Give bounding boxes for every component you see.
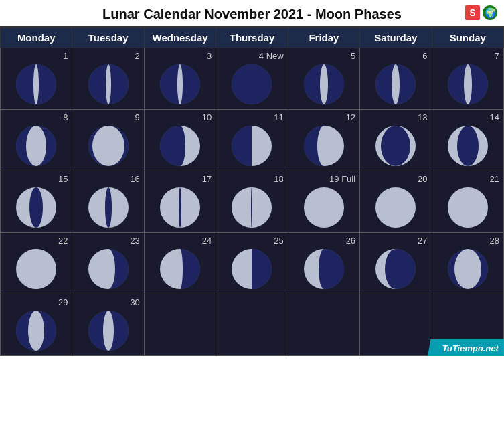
moon-phase (88, 310, 129, 351)
calendar-cell: 4 New (216, 48, 288, 110)
day-number: 6 (422, 51, 427, 61)
svg-point-134 (454, 249, 481, 289)
calendar-cell: 1 (1, 48, 72, 110)
day-header-thursday: Thursday (216, 28, 288, 48)
s-icon[interactable]: S (465, 5, 480, 20)
moon-phase (88, 64, 129, 105)
moon-phase (375, 64, 416, 105)
svg-rect-79 (159, 187, 180, 228)
day-number: 7 (495, 51, 499, 61)
moon-phase (159, 64, 201, 105)
moon-container (360, 51, 431, 112)
day-number: 4 New (259, 51, 284, 61)
svg-rect-84 (231, 187, 252, 228)
calendar-cell: 13 (360, 110, 432, 171)
svg-rect-85 (252, 187, 272, 228)
svg-point-139 (28, 311, 44, 351)
moon-container (1, 112, 72, 173)
svg-rect-90 (324, 187, 345, 228)
day-number: 27 (418, 236, 427, 246)
moon-phase (447, 64, 489, 105)
page-title: Lunar Calendar November 2021 - Moon Phas… (102, 7, 402, 22)
moon-phase (447, 187, 489, 228)
calendar-cell: 12 (288, 110, 359, 171)
svg-rect-7 (108, 64, 129, 105)
globe-icon[interactable]: 🌍 (483, 5, 497, 20)
svg-point-129 (385, 249, 406, 289)
day-header-saturday: Saturday (360, 28, 432, 48)
day-header-sunday: Sunday (432, 28, 503, 48)
moon-phase (375, 187, 416, 228)
moon-phase (159, 187, 201, 228)
calendar-cell: 22 (1, 233, 72, 294)
day-number: 3 (207, 51, 212, 61)
svg-point-95 (392, 187, 399, 228)
calendar-cell: 26 (288, 233, 359, 294)
day-number: 15 (58, 174, 68, 184)
svg-point-3 (33, 64, 39, 104)
svg-point-86 (251, 187, 252, 228)
svg-rect-6 (88, 64, 108, 105)
svg-point-115 (177, 249, 183, 289)
calendar-cell (144, 294, 216, 356)
calendar-cell: 18 (216, 171, 288, 233)
moon-phase (15, 310, 57, 351)
calendar-cell: 2 (72, 48, 144, 110)
calendar-cell: 6 (360, 48, 432, 110)
day-number: 24 (202, 236, 212, 246)
moon-phase (303, 64, 345, 105)
svg-rect-51 (252, 125, 272, 167)
moon-phase (88, 187, 129, 228)
calendar-cell: 5 (288, 48, 359, 110)
calendar-cell: 7 (432, 48, 503, 110)
moon-container (1, 51, 72, 112)
calendar-cell: 25 (216, 233, 288, 294)
calendar-cell: 11 (216, 110, 288, 171)
svg-point-110 (102, 249, 115, 289)
calendar-cell: 9 (72, 110, 144, 171)
day-header-friday: Friday (288, 28, 359, 48)
day-number: 28 (490, 236, 499, 246)
svg-rect-89 (303, 187, 324, 228)
calendar-cell: 3 (144, 48, 216, 110)
moon-container (432, 51, 503, 112)
calendar-cell: 21 (432, 171, 503, 233)
moon-phase (447, 125, 489, 167)
moon-phase (15, 125, 57, 167)
day-number: 22 (58, 236, 68, 246)
moon-phase (15, 187, 57, 228)
day-number: 21 (490, 174, 499, 184)
moon-phase (88, 248, 129, 290)
calendar-cell: 17 (144, 171, 216, 233)
moon-phase (231, 125, 272, 167)
moon-container (288, 51, 359, 112)
moon-phase (15, 64, 57, 105)
day-number: 16 (130, 174, 139, 184)
svg-point-81 (179, 187, 181, 228)
calendar-cell: 16 (72, 171, 144, 233)
svg-point-66 (457, 126, 479, 166)
page-header: Lunar Calendar November 2021 - Moon Phas… (0, 0, 504, 27)
calendar-cell (288, 294, 359, 356)
svg-point-124 (319, 249, 329, 289)
calendar-cell: 24 (144, 233, 216, 294)
calendar-table: MondayTuesdayWednesdayThursdayFridaySatu… (0, 27, 504, 356)
day-number: 9 (135, 112, 140, 122)
day-number: 2 (135, 51, 140, 61)
day-header-wednesday: Wednesday (144, 28, 216, 48)
day-header-tuesday: Tuesday (72, 28, 144, 48)
svg-point-8 (106, 64, 111, 104)
moon-phase (231, 187, 272, 228)
day-number: 1 (63, 51, 68, 61)
calendar-cell: 28 (432, 233, 503, 294)
calendar-cell: 30 (72, 294, 144, 356)
svg-point-37 (26, 126, 46, 166)
svg-point-61 (381, 126, 410, 166)
moon-phase (231, 64, 272, 105)
calendar-cell: 8 (1, 110, 72, 171)
day-number: 13 (418, 112, 427, 122)
day-number: 17 (202, 174, 212, 184)
moon-phase (159, 248, 201, 290)
day-number: 11 (274, 112, 283, 122)
svg-point-71 (29, 187, 43, 228)
